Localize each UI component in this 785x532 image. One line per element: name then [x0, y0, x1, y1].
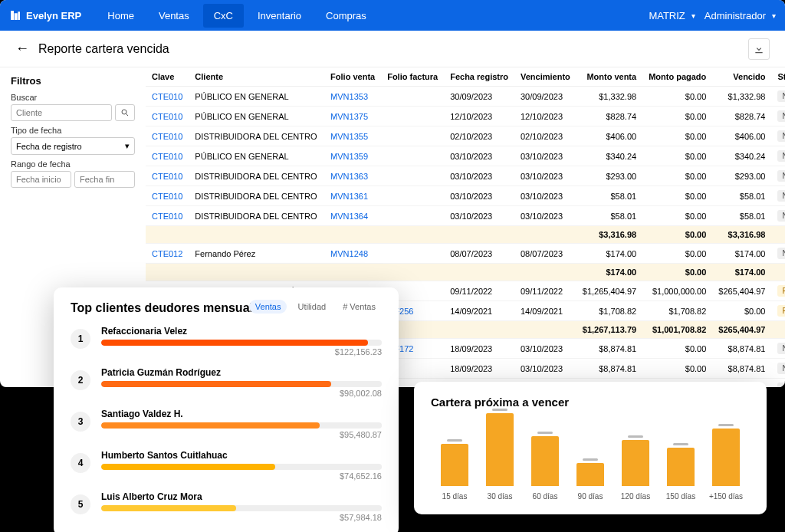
clave-link[interactable]: CTE010 — [146, 107, 189, 126]
rank-badge: 2 — [71, 370, 90, 390]
debtor-amount: $74,652.16 — [101, 471, 382, 481]
folio-factura-link[interactable] — [381, 146, 444, 166]
debtor-name: Luis Alberto Cruz Mora — [101, 491, 382, 502]
debtor-amount: $122,156.23 — [101, 347, 382, 356]
logo-icon — [9, 9, 21, 21]
debtor-bar — [101, 340, 382, 346]
folio-venta-link[interactable]: MVN1375 — [324, 107, 381, 126]
cliente-cell: Fernando Pérez — [189, 244, 324, 264]
folio-venta-link[interactable]: MVN1364 — [324, 206, 381, 226]
top-debtors-tabs: VentasUtilidad# Ventas — [249, 300, 382, 314]
rank-badge: 5 — [71, 494, 90, 514]
table-row[interactable]: CTE010DISTRIBUIDORA DEL CENTROMVN135502/… — [146, 126, 785, 146]
chart-x-label: 90 días — [578, 492, 603, 501]
chart-bar: 15 días — [435, 444, 474, 501]
status-badge: No pagada — [777, 248, 785, 259]
date-start-input[interactable] — [11, 171, 71, 188]
column-header[interactable]: Folio factura — [381, 67, 444, 87]
folio-factura-link[interactable] — [381, 107, 444, 126]
nav-item-compras[interactable]: Compras — [315, 4, 377, 28]
clave-link[interactable]: CTE010 — [146, 126, 189, 146]
debtor-bar — [101, 422, 382, 429]
rank-badge: 1 — [71, 329, 90, 349]
folio-factura-link[interactable] — [381, 206, 444, 226]
status-badge: No pagada — [777, 110, 785, 122]
chart-bar: 30 días — [481, 413, 519, 501]
download-button[interactable] — [748, 38, 770, 60]
column-header[interactable]: Monto pagado — [642, 67, 712, 87]
debtor-bar — [101, 464, 382, 470]
folio-factura-link[interactable] — [381, 126, 444, 146]
search-label: Buscar — [11, 93, 135, 102]
date-end-input[interactable] — [74, 171, 135, 188]
clave-link[interactable]: CTE010 — [146, 87, 189, 107]
nav-item-home[interactable]: Home — [97, 4, 145, 28]
clave-link[interactable]: CTE012 — [146, 244, 189, 264]
status-badge: No pagada — [777, 190, 785, 202]
chart-x-label: 15 días — [442, 492, 468, 501]
chart-x-label: +150 días — [709, 492, 743, 501]
table-row[interactable]: CTE012Fernando PérezMVN124808/07/202308/… — [146, 244, 785, 264]
chart-bar: 150 días — [662, 448, 700, 501]
upcoming-portfolio-card: Cartera próxima a vencer 15 días30 días6… — [414, 382, 767, 514]
chart-x-label: 30 días — [488, 492, 513, 501]
app-logo[interactable]: Evelyn ERP — [9, 9, 81, 21]
folio-factura-link[interactable] — [381, 244, 444, 264]
debtor-row: 2Patricia Guzmán Rodríguez$98,002.08 — [71, 367, 382, 398]
table-row[interactable]: CTE010PÚBLICO EN GENERALMVN135330/09/202… — [146, 87, 785, 107]
clave-link[interactable]: CTE010 — [146, 166, 189, 186]
status-badge: No pagada — [777, 343, 785, 354]
folio-venta-link[interactable]: MVN1361 — [324, 186, 381, 206]
debtors-tab[interactable]: Utilidad — [291, 300, 332, 314]
clave-link[interactable]: CTE010 — [146, 186, 189, 206]
column-header[interactable]: Vencido — [712, 67, 771, 87]
status-badge: No pagada — [777, 130, 785, 142]
clave-link[interactable]: CTE010 — [146, 146, 189, 166]
nav-item-ventas[interactable]: Ventas — [148, 4, 200, 28]
topbar: Evelyn ERP HomeVentasCxCInventarioCompra… — [0, 0, 785, 31]
column-header[interactable]: Monto venta — [576, 67, 642, 87]
debtor-bar — [101, 381, 382, 387]
folio-factura-link[interactable] — [381, 166, 444, 186]
column-header[interactable]: Vencimiento — [514, 67, 576, 87]
column-header[interactable]: Clave — [146, 67, 189, 87]
column-header[interactable]: Status — [771, 67, 785, 87]
subtotal-row: $3,316.98$0.00$3,316.98 — [146, 226, 785, 244]
folio-venta-link[interactable]: MVN1355 — [324, 126, 381, 146]
folio-venta-link[interactable]: MVN1359 — [324, 146, 381, 166]
debtor-row: 1Refaccionaria Velez$122,156.23 — [71, 326, 382, 356]
debtors-tab[interactable]: Ventas — [249, 300, 287, 314]
status-badge: Parcialmente pagada — [777, 285, 785, 297]
column-header[interactable]: Cliente — [189, 67, 324, 87]
search-input[interactable] — [11, 104, 112, 121]
status-badge: No pagada — [777, 210, 785, 222]
nav-item-cxc[interactable]: CxC — [203, 4, 244, 28]
table-row[interactable]: CTE010PÚBLICO EN GENERALMVN137512/10/202… — [146, 107, 785, 126]
folio-factura-link[interactable] — [381, 87, 444, 107]
nav-item-inventario[interactable]: Inventario — [247, 4, 312, 28]
chart-x-label: 120 días — [621, 492, 650, 501]
column-header[interactable]: Fecha registro — [444, 67, 514, 87]
table-row[interactable]: CTE010DISTRIBUIDORA DEL CENTROMVN136303/… — [146, 166, 785, 186]
folio-venta-link[interactable]: MVN1248 — [324, 244, 381, 264]
column-header[interactable]: Folio venta — [324, 67, 381, 87]
folio-venta-link[interactable]: MVN1353 — [324, 87, 381, 107]
debtors-tab[interactable]: # Ventas — [337, 300, 382, 314]
clave-link[interactable]: CTE010 — [146, 206, 189, 226]
debtor-amount: $57,984.18 — [101, 513, 382, 522]
search-button[interactable] — [115, 104, 135, 121]
branch-selector[interactable]: MATRIZ — [649, 10, 695, 21]
filters-heading: Filtros — [11, 75, 135, 87]
status-badge: No pagada — [777, 90, 785, 102]
chart-x-label: 150 días — [666, 492, 695, 501]
date-type-select[interactable]: Fecha de registro ▾ — [11, 137, 135, 155]
table-row[interactable]: CTE010PÚBLICO EN GENERALMVN135903/10/202… — [146, 146, 785, 166]
rank-badge: 3 — [71, 412, 90, 432]
folio-venta-link[interactable]: MVN1363 — [324, 166, 381, 186]
table-row[interactable]: CTE010DISTRIBUIDORA DEL CENTROMVN136103/… — [146, 186, 785, 206]
table-row[interactable]: CTE010DISTRIBUIDORA DEL CENTROMVN136403/… — [146, 206, 785, 226]
user-menu[interactable]: Administrador — [705, 10, 776, 21]
folio-factura-link[interactable] — [381, 186, 444, 206]
back-button[interactable]: ← — [15, 41, 29, 57]
debtor-row: 3Santiago Valdez H.$95,480.87 — [71, 409, 382, 439]
